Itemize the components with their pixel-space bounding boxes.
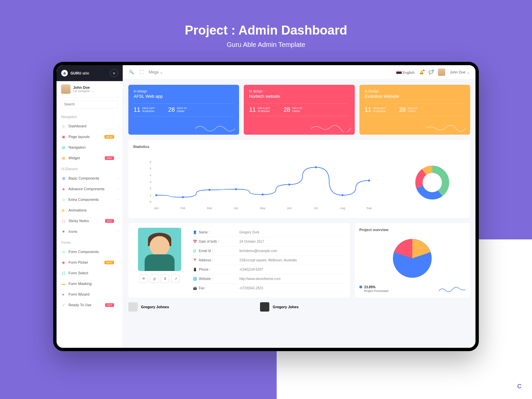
project-card-evolution[interactable]: In Design Evolution Website 11DAYS LEFT … <box>359 85 470 135</box>
download-icon[interactable]: ⬇ <box>161 274 169 283</box>
avatar <box>61 84 70 94</box>
svg-text:1: 1 <box>150 194 151 197</box>
nav-basic-components[interactable]: ⊞Basic Components› <box>57 173 123 184</box>
grid-icon: ⊞ <box>61 176 66 181</box>
chat-icon[interactable]: 💬 <box>429 70 433 74</box>
phone-icon: 📱 <box>193 268 197 271</box>
svg-text:Aug: Aug <box>340 206 345 210</box>
chevron-right-icon: › <box>118 230 119 233</box>
nav-page-layouts[interactable]: ▣Page layoutsNEW› <box>57 131 123 142</box>
chevron-right-icon: › <box>118 187 119 191</box>
profile-avatar <box>138 228 181 271</box>
hero-subtitle: Guru Able Admin Template <box>0 41 532 49</box>
project-card-nortech[interactable]: In design Nortech website 11DAYS LEFT IN… <box>244 85 354 135</box>
chevron-right-icon: › <box>118 303 119 307</box>
mega-menu[interactable]: Mega ⌄ <box>149 70 163 74</box>
chevron-right-icon: › <box>118 177 119 180</box>
svg-text:Feb: Feb <box>180 206 186 210</box>
language-selector[interactable]: English <box>396 70 415 74</box>
nav-section-ui: UI Element <box>57 165 123 173</box>
widget-icon: ▦ <box>61 156 66 160</box>
avatar <box>260 302 269 312</box>
notes-icon: ▢ <box>61 218 66 223</box>
card-title: Evolution Website <box>365 94 465 99</box>
view-icon[interactable]: 👁 <box>139 274 148 283</box>
user-panel[interactable]: John Doe UX Designer ⌄ <box>57 81 123 97</box>
brand-icon: a <box>61 70 68 76</box>
nav-form-picker[interactable]: ◉Form PickerNEW <box>57 257 123 268</box>
user-name: John Doe <box>73 85 94 89</box>
nav-icons[interactable]: ★Icons› <box>57 226 123 237</box>
nav-dashboard[interactable]: ⌂Dashboard› <box>57 121 123 131</box>
svg-point-23 <box>341 194 343 196</box>
chevron-right-icon: › <box>118 156 119 160</box>
search-box <box>57 97 123 111</box>
extra-icon: ◇ <box>61 197 66 202</box>
search-input[interactable] <box>61 100 118 108</box>
nav-form-select[interactable]: [·]Form Select <box>57 268 123 278</box>
user-icon: 👤 <box>193 230 197 234</box>
nav-extra-components[interactable]: ◇Extra Components› <box>57 194 123 205</box>
card-title: Nortech website <box>249 94 349 99</box>
chevron-right-icon: › <box>118 198 119 201</box>
badge-new: NEW <box>104 135 114 139</box>
nav-sticky-notes[interactable]: ▢Sticky NotesHOT <box>57 215 123 226</box>
user-role: UX Designer ⌄ <box>73 89 94 93</box>
nav-navigation[interactable]: ▤Navigation <box>57 142 123 153</box>
globe-icon: 🌐 <box>193 277 197 281</box>
card-label: In design <box>249 89 349 93</box>
bell-icon[interactable]: 🔔 <box>419 70 424 74</box>
user-menu[interactable]: John Doe ⌄ <box>450 70 469 74</box>
home-icon: ⌂ <box>61 124 66 128</box>
statistics-panel: Statistics 0123456JanFebMarAprMayJunJulA… <box>128 140 470 218</box>
picker-icon: ◉ <box>61 260 66 265</box>
svg-point-20 <box>262 194 264 196</box>
chevron-right-icon: › <box>118 135 119 138</box>
panel-title: Statistics <box>133 145 466 149</box>
svg-point-16 <box>155 194 157 196</box>
layout-icon: ▣ <box>61 134 66 139</box>
nav-form-masking[interactable]: ▬Form Masking <box>57 278 123 289</box>
svg-text:Mar: Mar <box>207 206 212 210</box>
contact-item[interactable]: Gregory Johnes <box>128 302 169 312</box>
svg-point-18 <box>208 189 210 191</box>
calendar-icon: 📅 <box>193 240 197 243</box>
fax-icon: 📠 <box>193 286 197 290</box>
brand-bar: a GURU able ≡ <box>57 65 123 81</box>
chevron-down-icon: ⌄ <box>466 70 469 74</box>
avatar[interactable] <box>438 68 445 76</box>
anim-icon: ◐ <box>61 208 66 212</box>
card-title: AFSL Web app <box>134 94 234 99</box>
select-icon: [·] <box>61 271 66 275</box>
search-icon[interactable]: 🔍 <box>129 70 134 74</box>
contact-item[interactable]: Gregory Johes <box>260 302 299 312</box>
nav-animations[interactable]: ◐Animations <box>57 205 123 215</box>
nav-form-components[interactable]: ▭Form Components› <box>57 246 123 257</box>
svg-text:Apr: Apr <box>234 206 238 210</box>
chevron-right-icon: › <box>118 250 119 253</box>
svg-text:4: 4 <box>150 174 151 177</box>
share-icon[interactable]: ↗ <box>171 274 180 283</box>
nav-advance-components[interactable]: ◈Advance Components› <box>57 184 123 194</box>
form-icon: ▭ <box>61 249 66 254</box>
print-icon[interactable]: 🖨 <box>150 274 159 283</box>
corner-logo: C <box>513 380 525 392</box>
map-icon: 📍 <box>193 258 197 262</box>
nav-form-wizard[interactable]: ▸Form Wizard <box>57 289 123 300</box>
mask-icon: ▬ <box>61 281 66 286</box>
svg-text:3: 3 <box>150 180 151 184</box>
fullscreen-icon[interactable]: ⛶ <box>139 70 143 74</box>
svg-point-19 <box>235 188 237 190</box>
chevron-down-icon: ⌄ <box>91 89 94 93</box>
svg-text:Jun: Jun <box>287 206 292 210</box>
avatar <box>128 302 138 312</box>
nav-widget[interactable]: ▦Widget100+› <box>57 153 123 163</box>
menu-toggle-icon[interactable]: ≡ <box>110 69 118 77</box>
nav-ready-to-use[interactable]: ✓Ready To UseHOT› <box>57 300 123 310</box>
svg-text:Jul: Jul <box>314 206 318 210</box>
sidebar: a GURU able ≡ John Doe UX Designer ⌄ Nav… <box>57 65 123 348</box>
project-card-afsl[interactable]: In design AFSL Web app 11DAYS LEFT IN DE… <box>128 85 239 135</box>
brand-logo[interactable]: a GURU able <box>61 70 89 76</box>
sparkline <box>426 122 466 132</box>
nav-section-forms: Forms <box>57 239 123 246</box>
